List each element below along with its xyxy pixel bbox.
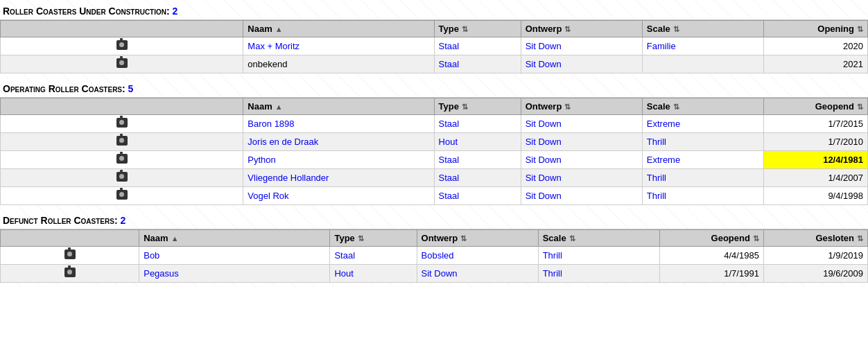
ontwerp-link[interactable]: Sit Down bbox=[526, 41, 562, 51]
cell-ontwerp: Sit Down bbox=[521, 169, 642, 187]
scale-link[interactable]: Extreme bbox=[647, 119, 680, 129]
table-row: onbekendStaalSit Down2021 bbox=[1, 55, 868, 73]
naam-link[interactable]: Joris en de Draak bbox=[248, 137, 318, 147]
cell-naam: Baron 1898 bbox=[243, 115, 434, 133]
cell-gesloten: 19/6/2009 bbox=[763, 265, 867, 283]
cell-opening: 2021 bbox=[763, 55, 867, 73]
col-header-opening[interactable]: Opening ⇅ bbox=[763, 21, 867, 37]
naam-link[interactable]: Vogel Rok bbox=[248, 191, 288, 201]
camera-icon[interactable] bbox=[116, 172, 128, 182]
cell-camera bbox=[1, 55, 243, 73]
type-link[interactable]: Staal bbox=[334, 250, 355, 261]
type-link[interactable]: Staal bbox=[439, 155, 460, 165]
sort-icon-geopend: ⇅ bbox=[753, 234, 759, 243]
col-header-camera bbox=[1, 21, 243, 37]
col-header-ontwerp[interactable]: Ontwerp ⇅ bbox=[521, 98, 642, 115]
ontwerp-link[interactable]: Sit Down bbox=[526, 155, 562, 165]
cell-ontwerp: Sit Down bbox=[521, 55, 642, 73]
sort-icon-scale: ⇅ bbox=[569, 234, 575, 243]
type-link[interactable]: Staal bbox=[439, 191, 460, 201]
ontwerp-link[interactable]: Sit Down bbox=[526, 137, 562, 147]
col-header-type[interactable]: Type ⇅ bbox=[434, 98, 521, 115]
table-defunct: Naam ▲Type ⇅Ontwerp ⇅Scale ⇅Geopend ⇅Ges… bbox=[0, 229, 868, 283]
camera-icon[interactable] bbox=[116, 154, 128, 164]
naam-link[interactable]: Bob bbox=[144, 250, 159, 261]
cell-geopend: 9/4/1998 bbox=[763, 187, 867, 205]
col-header-geopend[interactable]: Geopend ⇅ bbox=[659, 230, 763, 247]
camera-icon[interactable] bbox=[64, 250, 76, 259]
cell-camera bbox=[1, 265, 139, 283]
cell-camera bbox=[1, 247, 139, 265]
camera-icon[interactable] bbox=[116, 58, 128, 68]
ontwerp-link[interactable]: Sit Down bbox=[526, 191, 562, 201]
cell-camera bbox=[1, 37, 243, 55]
camera-icon[interactable] bbox=[116, 40, 128, 50]
table-under-construction: Naam ▲Type ⇅Ontwerp ⇅Scale ⇅Opening ⇅Max… bbox=[0, 20, 868, 73]
camera-icon[interactable] bbox=[116, 118, 128, 128]
ontwerp-link[interactable]: Bobsled bbox=[422, 250, 454, 261]
naam-link[interactable]: Vliegende Hollander bbox=[248, 173, 329, 183]
col-header-scale[interactable]: Scale ⇅ bbox=[642, 98, 763, 115]
ontwerp-link[interactable]: Sit Down bbox=[526, 59, 562, 69]
sort-icon-opening: ⇅ bbox=[857, 25, 863, 34]
cell-naam: Python bbox=[243, 151, 434, 169]
cell-naam: Pegasus bbox=[139, 265, 330, 283]
type-link[interactable]: Hout bbox=[334, 268, 353, 279]
col-header-gesloten[interactable]: Gesloten ⇅ bbox=[763, 230, 867, 247]
sort-icon-scale: ⇅ bbox=[673, 25, 679, 34]
cell-type: Staal bbox=[434, 187, 521, 205]
sort-icon-type: ⇅ bbox=[462, 25, 468, 34]
col-header-type[interactable]: Type ⇅ bbox=[434, 21, 521, 37]
ontwerp-link[interactable]: Sit Down bbox=[526, 119, 562, 129]
section-count-link[interactable]: 2 bbox=[173, 6, 178, 17]
type-link[interactable]: Hout bbox=[439, 137, 458, 147]
col-header-naam[interactable]: Naam ▲ bbox=[243, 98, 434, 115]
cell-geopend: 1/7/1991 bbox=[659, 265, 763, 283]
table-row: Joris en de DraakHoutSit DownThrill1/7/2… bbox=[1, 133, 868, 151]
table-row: PegasusHoutSit DownThrill1/7/199119/6/20… bbox=[1, 265, 868, 283]
scale-link[interactable]: Extreme bbox=[647, 155, 680, 165]
section-count-link[interactable]: 5 bbox=[128, 83, 134, 94]
type-link[interactable]: Staal bbox=[439, 41, 460, 51]
type-link[interactable]: Staal bbox=[439, 119, 460, 129]
type-link[interactable]: Staal bbox=[439, 59, 460, 69]
scale-link[interactable]: Thrill bbox=[647, 191, 666, 201]
sort-icon-ontwerp: ⇅ bbox=[460, 234, 467, 243]
cell-ontwerp: Sit Down bbox=[521, 151, 642, 169]
cell-camera bbox=[1, 169, 243, 187]
scale-link[interactable]: Thrill bbox=[647, 137, 666, 147]
naam-link[interactable]: Baron 1898 bbox=[248, 119, 294, 129]
naam-link[interactable]: Python bbox=[248, 155, 275, 165]
naam-link[interactable]: Max + Moritz bbox=[248, 41, 300, 51]
camera-icon[interactable] bbox=[64, 268, 76, 277]
col-header-geopend[interactable]: Geopend ⇅ bbox=[763, 98, 867, 115]
scale-link[interactable]: Thrill bbox=[543, 250, 562, 261]
section-header-operating: Operating Roller Coasters: 5 bbox=[0, 78, 868, 98]
cell-camera bbox=[1, 115, 243, 133]
cell-naam: Vliegende Hollander bbox=[243, 169, 434, 187]
col-header-naam[interactable]: Naam ▲ bbox=[139, 230, 330, 247]
col-header-scale[interactable]: Scale ⇅ bbox=[642, 21, 763, 37]
ontwerp-link[interactable]: Sit Down bbox=[526, 173, 562, 183]
type-link[interactable]: Staal bbox=[439, 173, 460, 183]
col-header-type[interactable]: Type ⇅ bbox=[330, 230, 417, 247]
scale-link[interactable]: Thrill bbox=[647, 173, 666, 183]
camera-icon[interactable] bbox=[116, 190, 128, 200]
cell-naam: onbekend bbox=[243, 55, 434, 73]
col-header-ontwerp[interactable]: Ontwerp ⇅ bbox=[521, 21, 642, 37]
scale-link[interactable]: Thrill bbox=[543, 268, 562, 279]
section-count-link[interactable]: 2 bbox=[120, 215, 125, 226]
scale-link[interactable]: Familie bbox=[647, 41, 676, 51]
naam-link[interactable]: Pegasus bbox=[144, 268, 179, 279]
col-header-scale[interactable]: Scale ⇅ bbox=[538, 230, 659, 247]
cell-scale: Extreme bbox=[642, 151, 763, 169]
cell-scale bbox=[642, 55, 763, 73]
col-header-naam[interactable]: Naam ▲ bbox=[243, 21, 434, 37]
cell-camera bbox=[1, 187, 243, 205]
ontwerp-link[interactable]: Sit Down bbox=[422, 268, 458, 279]
col-header-ontwerp[interactable]: Ontwerp ⇅ bbox=[417, 230, 538, 247]
cell-gesloten: 1/9/2019 bbox=[763, 247, 867, 265]
camera-icon[interactable] bbox=[116, 136, 128, 146]
table-row: Vogel RokStaalSit DownThrill9/4/1998 bbox=[1, 187, 868, 205]
cell-scale: Thrill bbox=[642, 169, 763, 187]
